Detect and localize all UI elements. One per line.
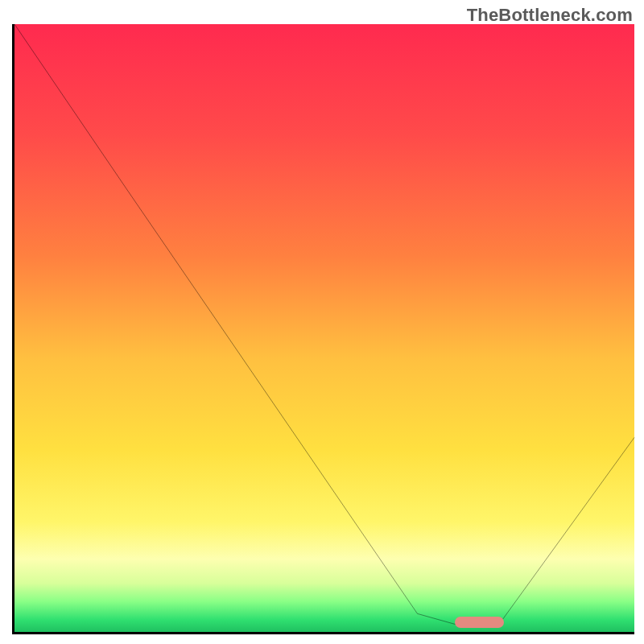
chart-frame: TheBottleneck.com xyxy=(0,0,644,644)
bottleneck-curve xyxy=(14,24,634,632)
plot-area xyxy=(12,24,634,634)
optimal-range-marker xyxy=(455,617,505,628)
watermark-text: TheBottleneck.com xyxy=(467,5,633,26)
